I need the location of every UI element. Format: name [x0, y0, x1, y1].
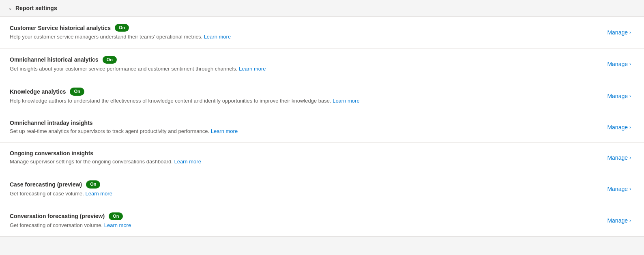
status-badge: On: [115, 24, 129, 32]
setting-name: Knowledge analytics: [10, 88, 66, 95]
learn-more-link[interactable]: Learn more: [85, 191, 112, 197]
setting-content: Conversation forecasting (preview)OnGet …: [10, 212, 604, 229]
learn-more-link[interactable]: Learn more: [333, 98, 359, 104]
setting-row: Ongoing conversation insightsManage supe…: [0, 143, 644, 173]
setting-title-line: Omnichannel intraday insights: [10, 120, 604, 126]
learn-more-link[interactable]: Learn more: [211, 128, 238, 134]
learn-more-link[interactable]: Learn more: [174, 159, 201, 165]
manage-chevron-icon: ›: [629, 30, 631, 35]
section-title: Report settings: [15, 5, 57, 11]
manage-label: Manage: [607, 124, 628, 131]
setting-name: Conversation forecasting (preview): [10, 213, 105, 219]
setting-row: Omnichannel intraday insightsSet up real…: [0, 112, 644, 143]
setting-description: Get forecasting of case volume. Learn mo…: [10, 190, 604, 197]
manage-label: Manage: [607, 186, 628, 192]
setting-row: Omnichannel historical analyticsOnGet in…: [0, 49, 644, 81]
setting-title-line: Ongoing conversation insights: [10, 150, 604, 156]
setting-row: Conversation forecasting (preview)OnGet …: [0, 205, 644, 237]
manage-button[interactable]: Manage›: [604, 153, 634, 163]
manage-button[interactable]: Manage›: [604, 59, 634, 69]
chevron-down-icon: ⌄: [8, 5, 12, 11]
status-badge: On: [109, 212, 123, 220]
manage-label: Manage: [607, 29, 628, 36]
manage-chevron-icon: ›: [629, 61, 631, 67]
setting-name: Omnichannel intraday insights: [10, 120, 93, 126]
setting-description: Help knowledge authors to understand the…: [10, 97, 604, 105]
learn-more-link[interactable]: Learn more: [104, 222, 131, 228]
manage-label: Manage: [607, 154, 628, 161]
setting-content: Omnichannel intraday insightsSet up real…: [10, 120, 604, 135]
manage-label: Manage: [607, 93, 628, 99]
setting-description: Set up real-time analytics for superviso…: [10, 128, 604, 135]
setting-title-line: Customer Service historical analyticsOn: [10, 24, 604, 32]
manage-chevron-icon: ›: [629, 124, 631, 130]
setting-name: Ongoing conversation insights: [10, 150, 93, 156]
setting-content: Ongoing conversation insightsManage supe…: [10, 150, 604, 165]
settings-list: Customer Service historical analyticsOnH…: [0, 16, 644, 237]
manage-label: Manage: [607, 61, 628, 67]
manage-button[interactable]: Manage›: [604, 28, 634, 37]
setting-content: Knowledge analyticsOnHelp knowledge auth…: [10, 88, 604, 105]
setting-name: Customer Service historical analytics: [10, 25, 111, 31]
setting-row: Case forecasting (preview)OnGet forecast…: [0, 173, 644, 205]
setting-row: Knowledge analyticsOnHelp knowledge auth…: [0, 80, 644, 112]
section-header[interactable]: ⌄ Report settings: [0, 0, 644, 16]
setting-content: Omnichannel historical analyticsOnGet in…: [10, 56, 604, 73]
manage-chevron-icon: ›: [629, 218, 631, 223]
manage-button[interactable]: Manage›: [604, 216, 634, 225]
manage-button[interactable]: Manage›: [604, 122, 634, 132]
setting-row: Customer Service historical analyticsOnH…: [0, 17, 644, 49]
setting-description: Manage supervisor settings for the ongoi…: [10, 158, 604, 165]
learn-more-link[interactable]: Learn more: [239, 66, 266, 72]
page-container: ⌄ Report settings Customer Service histo…: [0, 0, 644, 237]
setting-title-line: Knowledge analyticsOn: [10, 88, 604, 95]
setting-name: Case forecasting (preview): [10, 181, 82, 188]
manage-button[interactable]: Manage›: [604, 184, 634, 194]
setting-content: Customer Service historical analyticsOnH…: [10, 24, 604, 41]
learn-more-link[interactable]: Learn more: [204, 34, 231, 40]
manage-chevron-icon: ›: [629, 186, 631, 192]
setting-title-line: Omnichannel historical analyticsOn: [10, 56, 604, 64]
status-badge: On: [70, 88, 84, 95]
setting-title-line: Case forecasting (preview)On: [10, 180, 604, 188]
setting-content: Case forecasting (preview)OnGet forecast…: [10, 180, 604, 197]
manage-button[interactable]: Manage›: [604, 91, 634, 101]
setting-description: Help your customer service managers unde…: [10, 33, 604, 41]
setting-description: Get forecasting of conversation volume. …: [10, 222, 604, 229]
setting-description: Get insights about your customer service…: [10, 65, 604, 73]
manage-label: Manage: [607, 217, 628, 224]
status-badge: On: [86, 180, 100, 188]
manage-chevron-icon: ›: [629, 93, 631, 99]
status-badge: On: [103, 56, 117, 64]
setting-name: Omnichannel historical analytics: [10, 56, 99, 63]
manage-chevron-icon: ›: [629, 155, 631, 161]
setting-title-line: Conversation forecasting (preview)On: [10, 212, 604, 220]
